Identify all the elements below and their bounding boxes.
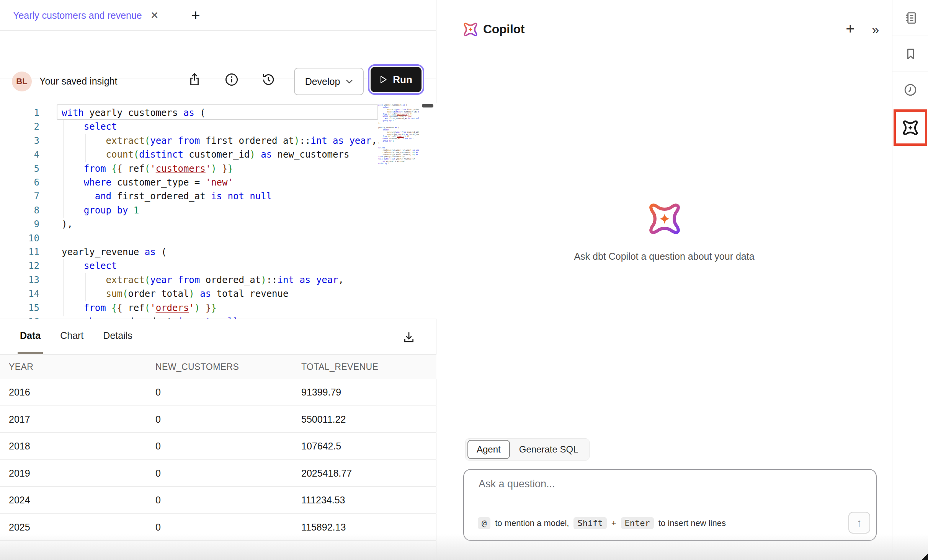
tab-data[interactable]: Data bbox=[18, 319, 43, 354]
sidebar-item-dbt-copilot-active[interactable] bbox=[894, 109, 927, 146]
line-number: 1 bbox=[0, 106, 39, 120]
query-editor-panel: Yearly customers and revenue ✕ + BL Your… bbox=[0, 0, 436, 560]
code-line: sum(order_total) as total_revenue bbox=[62, 287, 288, 301]
hint-plus: + bbox=[611, 518, 616, 528]
table-cell: 91399.79 bbox=[301, 387, 341, 398]
line-number: 10 bbox=[0, 231, 39, 245]
code-line: count(distinct customer_id) as new_custo… bbox=[62, 148, 349, 161]
at-key-badge: @ bbox=[478, 517, 490, 529]
clock-icon bbox=[903, 82, 918, 98]
line-number: 3 bbox=[0, 134, 39, 148]
download-results-button[interactable] bbox=[400, 328, 418, 347]
mode-agent-button[interactable]: Agent bbox=[467, 440, 510, 459]
new-tab-button[interactable]: + bbox=[187, 0, 204, 31]
indent-guide bbox=[63, 259, 64, 316]
table-cell: 0 bbox=[155, 387, 161, 398]
new-chat-button[interactable]: + bbox=[841, 20, 859, 37]
line-number: 12 bbox=[0, 259, 39, 273]
resize-corner bbox=[921, 553, 928, 560]
results-tabs: DataChartDetails bbox=[20, 319, 132, 354]
table-row: 2016091399.79 bbox=[0, 379, 436, 406]
code-line: yearly_revenue as ( bbox=[62, 245, 167, 259]
table-cell: 0 bbox=[155, 522, 161, 533]
app-window: Yearly customers and revenue ✕ + BL Your… bbox=[0, 0, 928, 560]
input-hint: @ to mention a model, Shift + Enter to i… bbox=[478, 517, 726, 529]
table-cell: 2017 bbox=[9, 414, 30, 425]
table-cell: 107642.5 bbox=[301, 441, 341, 452]
table-cell: 2016 bbox=[9, 387, 30, 398]
copilot-panel: Copilot + » Ask dbt Copilot a question a… bbox=[436, 0, 892, 560]
line-number: 4 bbox=[0, 148, 39, 161]
table-cell: 0 bbox=[155, 468, 161, 479]
line-number: 8 bbox=[0, 203, 39, 217]
code-line: with yearly_customers as ( bbox=[62, 106, 206, 120]
editor-minimap[interactable]: with yearly_customers as ( select extrac… bbox=[378, 104, 419, 173]
table-header: YEARNEW_CUSTOMERSTOTAL_REVENUE bbox=[0, 354, 436, 379]
dbt-copilot-icon bbox=[902, 119, 919, 137]
enter-key-badge: Enter bbox=[621, 517, 654, 529]
up-arrow-icon: ↑ bbox=[857, 517, 862, 529]
sidebar-item-notebook[interactable] bbox=[892, 0, 928, 36]
input-placeholder: Ask a question... bbox=[479, 478, 555, 490]
sidebar-item-history[interactable] bbox=[892, 72, 928, 108]
line-number: 13 bbox=[0, 273, 39, 287]
table-cell: 0 bbox=[155, 495, 161, 506]
right-icon-sidebar bbox=[892, 0, 928, 560]
tab-yearly-customers-and-revenue[interactable]: Yearly customers and revenue ✕ bbox=[0, 0, 182, 31]
table-cell: 2024 bbox=[9, 495, 30, 506]
table-row: 20240111234.53 bbox=[0, 487, 436, 514]
table-cell: 2018 bbox=[9, 441, 30, 452]
line-number: 11 bbox=[0, 245, 39, 259]
column-header: YEAR bbox=[9, 362, 33, 372]
notebook-icon bbox=[903, 10, 918, 26]
code-line: extract(year from ordered_at)::int as ye… bbox=[62, 273, 344, 287]
dbt-copilot-empty-state-logo bbox=[646, 200, 683, 237]
line-number: 16 bbox=[0, 315, 39, 319]
copilot-mode-toggle: Agent Generate SQL bbox=[465, 438, 590, 461]
code-line: and first_ordered_at is not null bbox=[62, 189, 272, 203]
table-cell: 2025418.77 bbox=[301, 468, 352, 479]
code-line: from {{ ref('orders') }} bbox=[62, 301, 217, 315]
tab-details[interactable]: Details bbox=[101, 319, 134, 354]
table-cell: 0 bbox=[155, 414, 161, 425]
mode-generate-sql-button[interactable]: Generate SQL bbox=[510, 444, 588, 455]
line-number: 2 bbox=[0, 120, 39, 133]
tab-title: Yearly customers and revenue bbox=[13, 10, 142, 21]
minimap-line: order by 1 bbox=[378, 163, 419, 165]
code-line: select bbox=[62, 120, 117, 133]
insight-toolbar: BL Your saved insight Develop bbox=[0, 31, 436, 78]
column-header: TOTAL_REVENUE bbox=[301, 362, 378, 372]
hint-newlines-text: to insert new lines bbox=[658, 518, 726, 528]
table-cell: 0 bbox=[155, 441, 161, 452]
indent-guide bbox=[63, 120, 64, 218]
table-cell: 115892.13 bbox=[301, 522, 346, 533]
code-line: extract(year from first_ordered_at)::int… bbox=[62, 134, 377, 148]
table-cell: 550011.22 bbox=[301, 414, 346, 425]
table-row: 20180107642.5 bbox=[0, 433, 436, 460]
collapse-panel-icon[interactable]: » bbox=[867, 21, 884, 38]
table-row: 20250115892.13 bbox=[0, 514, 436, 541]
send-question-button[interactable]: ↑ bbox=[848, 512, 870, 534]
table-cell: 111234.53 bbox=[301, 495, 345, 506]
editor-scrollbar-thumb[interactable] bbox=[422, 104, 433, 107]
code-line: where customer_type = 'new' bbox=[62, 176, 233, 189]
sidebar-item-bookmarks[interactable] bbox=[892, 36, 928, 72]
results-panel: DataChartDetails YEARNEW_CUSTOMERSTOTAL_… bbox=[0, 319, 436, 560]
tab-chart[interactable]: Chart bbox=[58, 319, 86, 354]
code-line: from {{ ref('customers') }} bbox=[62, 162, 233, 176]
line-number: 9 bbox=[0, 217, 39, 231]
column-header: NEW_CUSTOMERS bbox=[155, 362, 239, 372]
line-number: 15 bbox=[0, 301, 39, 315]
shift-key-badge: Shift bbox=[573, 517, 606, 529]
sql-code-editor[interactable]: 12345678910111213141516 with yearly_cust… bbox=[0, 103, 436, 319]
table-row: 201902025418.77 bbox=[0, 460, 436, 487]
line-number: 7 bbox=[0, 189, 39, 203]
bookmark-icon bbox=[903, 47, 918, 61]
status-bar: Query completed in 6s Environment: PROD … bbox=[0, 78, 436, 103]
line-number: 14 bbox=[0, 287, 39, 301]
table-row: 20170550011.22 bbox=[0, 406, 436, 433]
close-tab-icon[interactable]: ✕ bbox=[150, 10, 159, 21]
hint-mention-text: to mention a model, bbox=[495, 518, 569, 528]
indent-guide bbox=[85, 273, 86, 301]
table-body: 2016091399.7920170550011.2220180107642.5… bbox=[0, 379, 436, 541]
